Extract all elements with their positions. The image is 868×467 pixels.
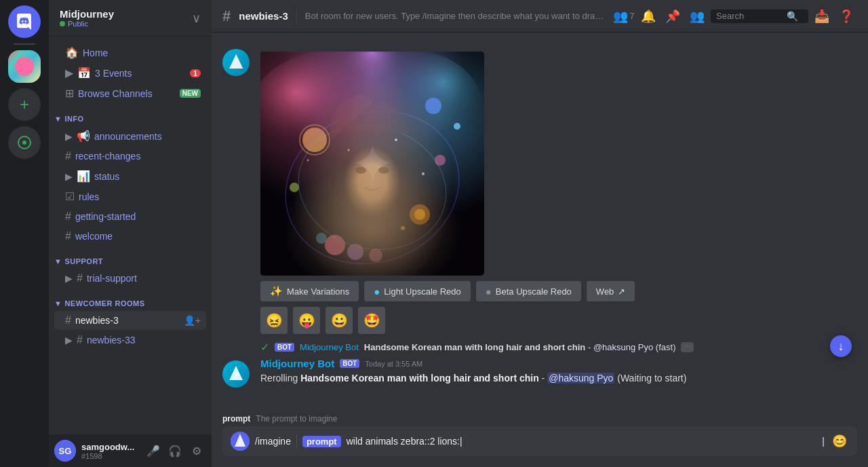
svg-point-22 [355,167,366,174]
svg-point-18 [347,244,363,260]
channel-trial-support[interactable]: ▶ # trial-support [54,269,206,288]
channel-newbies-33[interactable]: ▶ # newbies-33 [54,331,206,350]
member-count: 7 [629,11,634,21]
message-group-2: Midjourney Bot BOT Today at 3:55 AM Rero… [212,355,868,390]
add-server-button[interactable]: + [8,88,41,121]
explore-button[interactable] [8,126,41,159]
prompt-hint: prompt The prompt to imagine [212,411,868,426]
channel-newbies-3[interactable]: # newbies-3 👤+ [54,311,206,330]
mute-button[interactable]: 🎤 [144,441,163,460]
status-options-icon[interactable]: ⋯ [681,342,694,352]
channel-rules[interactable]: ☑ rules [54,187,206,206]
support-chevron: ▼ [54,257,62,265]
message-text-2: Rerolling Handsome Korean man with long … [260,372,857,386]
hash-icon-2: # [65,210,71,223]
hash-icon-4: # [77,272,83,284]
rules-icon: ☑ [65,190,75,203]
svg-point-6 [260,52,410,187]
new-badge: NEW [180,89,201,98]
header-divider [296,8,297,24]
nav-events[interactable]: ▶ 📅 3 Events 1 [54,63,206,83]
server-divider [14,43,35,45]
user-controls: 🎤 🎧 ⚙ [144,441,206,460]
svg-point-2 [22,141,26,145]
pin-button[interactable]: 📌 [662,5,684,27]
search-box: 🔍 [711,10,808,23]
members-with-count[interactable]: 👥 7 [613,5,635,27]
input-divider [296,434,297,448]
emoji-button[interactable]: 😊 [830,432,849,451]
channel-hash-icon: # [222,7,231,25]
nav-browse-channels[interactable]: ⊞ Browse Channels NEW [54,83,206,103]
reaction-btn-1[interactable]: 😖 [260,307,288,334]
header-actions: 👥 7 🔔 📌 👥 🔍 📥 ❓ [613,5,857,27]
server-header[interactable]: Midjourney Public ∨ [49,0,212,37]
light-upscale-redo-button[interactable]: ● Light Upscale Redo [364,281,471,301]
user-panel: SG samgoodw... #1598 🎤 🎧 ⚙ [49,434,212,467]
messages-area: ✨ Make Variations ● Light Upscale Redo ●… [212,33,868,411]
channel-getting-started[interactable]: # getting-started [54,207,206,226]
deafen-button[interactable]: 🎧 [165,441,184,460]
nav-home[interactable]: 🏠 Home [54,43,206,62]
svg-point-15 [264,87,481,276]
reaction-btn-4[interactable]: 🤩 [358,307,385,334]
category-info[interactable]: ▼ INFO [49,104,212,126]
events-icon: 📅 [77,67,91,79]
home-icon: 🏠 [65,46,79,59]
variations-icon: ✨ [270,285,283,297]
notifications-button[interactable]: 🔔 [637,5,659,27]
server-icon-discord[interactable] [8,5,41,38]
channel-chevron: ▶ [65,131,73,142]
light-upscale-icon: ● [374,286,380,297]
beta-upscale-redo-button[interactable]: ● Beta Upscale Redo [476,281,581,301]
beta-upscale-icon: ● [486,286,492,297]
svg-point-8 [318,52,427,133]
events-badge: 1 [190,69,201,77]
channel-recent-changes[interactable]: # recent-changes [54,147,206,166]
server-list: + [0,0,49,467]
channel-sidebar: Midjourney Public ∨ 🏠 Home ▶ 📅 3 Events … [49,0,212,467]
events-chevron: ▶ [65,67,73,79]
status-text: Handsome Korean man with long hair and s… [364,342,676,352]
hash-icon-6: # [77,334,83,346]
reaction-btn-2[interactable]: 😛 [293,307,320,334]
server-icon-midjourney[interactable] [8,50,41,83]
message-group-1: ✨ Make Variations ● Light Upscale Redo ●… [212,43,868,339]
search-input[interactable] [716,11,784,21]
settings-button[interactable]: ⚙ [187,441,206,460]
reaction-btn-3[interactable]: 😀 [326,307,353,334]
web-button[interactable]: Web ↗ [587,281,635,301]
category-support[interactable]: ▼ SUPPORT [49,246,212,268]
cursor: | [822,436,825,447]
bot-name-2: Midjourney Bot [260,358,334,369]
hash-icon-3: # [65,230,71,242]
scroll-to-bottom-button[interactable]: ↓ [830,335,852,357]
svg-point-20 [316,233,327,244]
external-link-icon: ↗ [618,286,625,297]
input-user-avatar [231,432,250,451]
member-icon: 👥 [613,9,628,24]
member-list-button[interactable]: 👥 [686,5,708,27]
message-content-2: Midjourney Bot BOT Today at 3:55 AM Rero… [260,358,857,388]
status-line: ✓ BOT Midjourney Bot Handsome Korean man… [212,339,868,355]
hash-icon: # [65,150,71,162]
hash-icon-5: # [65,314,71,326]
svg-point-12 [435,155,446,166]
search-icon: 🔍 [787,11,798,22]
inbox-button[interactable]: 📥 [811,5,833,27]
category-newcomer[interactable]: ▼ NEWCOMER ROOMS [49,288,212,310]
help-button[interactable]: ❓ [835,5,857,27]
mention-pyo: @haksung Pyo [547,373,614,384]
add-user-icon: 👤+ [184,315,201,326]
svg-point-0 [15,57,34,76]
server-status: Public [60,20,114,28]
server-name: Midjourney [60,8,114,20]
channel-status[interactable]: ▶ 📊 status [54,166,206,186]
server-menu-icon[interactable]: ∨ [192,11,201,26]
make-variations-button[interactable]: ✨ Make Variations [260,281,359,301]
channel-description: Bot room for new users. Type /imagine th… [305,11,605,21]
input-area: /imagine prompt wild animals zebra::2 li… [212,426,868,467]
channel-welcome[interactable]: # welcome [54,227,206,246]
svg-point-13 [454,123,460,130]
channel-announcements[interactable]: ▶ 📢 announcements [54,126,206,146]
